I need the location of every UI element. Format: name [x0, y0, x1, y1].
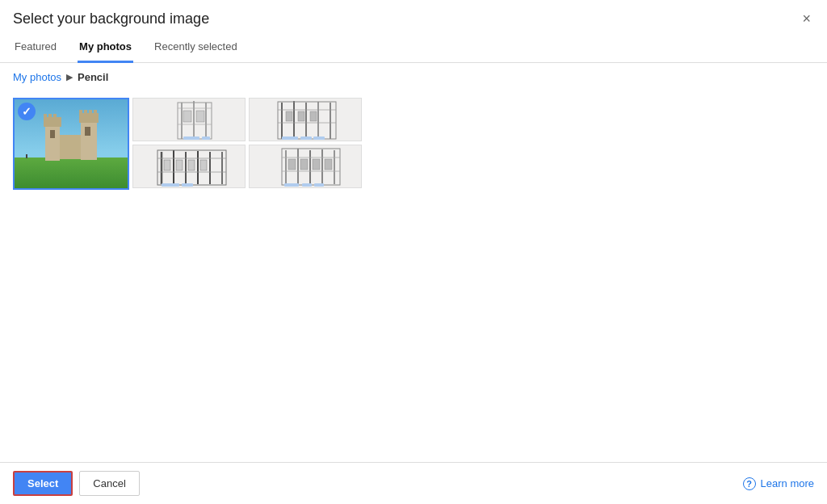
- svg-rect-2: [45, 124, 60, 161]
- background-image-dialog: Select your background image × Featured …: [0, 0, 827, 504]
- svg-rect-16: [26, 154, 27, 158]
- tab-my-photos[interactable]: My photos: [78, 34, 133, 63]
- svg-rect-58: [182, 183, 193, 187]
- sketch-svg-4: [250, 145, 362, 188]
- tab-recently-selected[interactable]: Recently selected: [153, 34, 239, 63]
- svg-rect-23: [196, 111, 204, 122]
- svg-rect-74: [314, 183, 324, 187]
- dialog-header: Select your background image ×: [0, 0, 827, 34]
- image-grid: ✓: [13, 98, 814, 190]
- sketch-svg-1: [133, 99, 246, 141]
- svg-rect-39: [310, 111, 317, 121]
- svg-rect-5: [48, 114, 52, 119]
- sketch-thumb-1[interactable]: [132, 98, 246, 141]
- sketch-thumb-4[interactable]: [249, 145, 362, 188]
- svg-rect-38: [298, 111, 304, 121]
- svg-rect-22: [183, 111, 191, 122]
- tabs-bar: Featured My photos Recently selected: [0, 34, 827, 63]
- svg-rect-55: [188, 160, 195, 170]
- svg-rect-1: [15, 158, 128, 188]
- dialog-title: Select your background image: [13, 10, 209, 27]
- svg-rect-42: [313, 136, 325, 140]
- svg-rect-11: [84, 110, 87, 115]
- svg-rect-56: [200, 160, 207, 170]
- sketch-thumb-3[interactable]: [132, 145, 246, 188]
- svg-rect-72: [284, 183, 299, 187]
- breadcrumb-root[interactable]: My photos: [13, 71, 61, 83]
- svg-rect-8: [81, 120, 97, 160]
- learn-more-label: Learn more: [761, 477, 814, 489]
- svg-rect-26: [183, 136, 199, 140]
- svg-rect-73: [302, 183, 312, 187]
- sketch-row-bottom: [132, 145, 362, 188]
- image-thumb-castle[interactable]: ✓: [13, 98, 129, 190]
- svg-rect-12: [89, 110, 92, 115]
- svg-rect-57: [162, 183, 179, 187]
- selected-check-icon: ✓: [18, 103, 36, 120]
- breadcrumb: My photos ▶ Pencil: [0, 63, 827, 91]
- sketch-row-top: [132, 98, 362, 141]
- sketch-svg-3: [133, 145, 246, 188]
- sketch-svg-2: [250, 99, 362, 141]
- breadcrumb-separator: ▶: [66, 72, 73, 82]
- help-icon: ?: [743, 477, 756, 490]
- sketch-group-1: [132, 98, 362, 188]
- svg-rect-54: [176, 160, 183, 170]
- svg-rect-10: [79, 110, 82, 115]
- footer-actions: Select Cancel: [13, 471, 140, 496]
- svg-rect-37: [286, 111, 292, 121]
- svg-rect-70: [313, 159, 320, 170]
- svg-rect-69: [300, 159, 308, 170]
- svg-rect-14: [85, 127, 90, 136]
- svg-rect-71: [325, 159, 332, 170]
- svg-rect-6: [53, 114, 57, 119]
- sketch-thumb-2[interactable]: [249, 98, 362, 141]
- dialog-footer: Select Cancel ? Learn more: [0, 462, 827, 504]
- svg-rect-13: [94, 110, 97, 115]
- svg-rect-7: [50, 130, 55, 138]
- svg-rect-53: [164, 160, 170, 170]
- svg-rect-27: [202, 136, 210, 140]
- close-button[interactable]: ×: [799, 10, 814, 27]
- content-area: ✓: [0, 91, 827, 462]
- cancel-button[interactable]: Cancel: [79, 471, 139, 496]
- svg-rect-15: [60, 135, 81, 159]
- svg-rect-68: [288, 159, 296, 170]
- select-button[interactable]: Select: [13, 471, 73, 496]
- svg-rect-4: [44, 114, 47, 119]
- svg-rect-41: [300, 136, 312, 140]
- tab-featured[interactable]: Featured: [13, 34, 58, 63]
- learn-more-link[interactable]: ? Learn more: [743, 477, 814, 490]
- breadcrumb-current: Pencil: [78, 71, 108, 83]
- svg-rect-40: [282, 136, 298, 140]
